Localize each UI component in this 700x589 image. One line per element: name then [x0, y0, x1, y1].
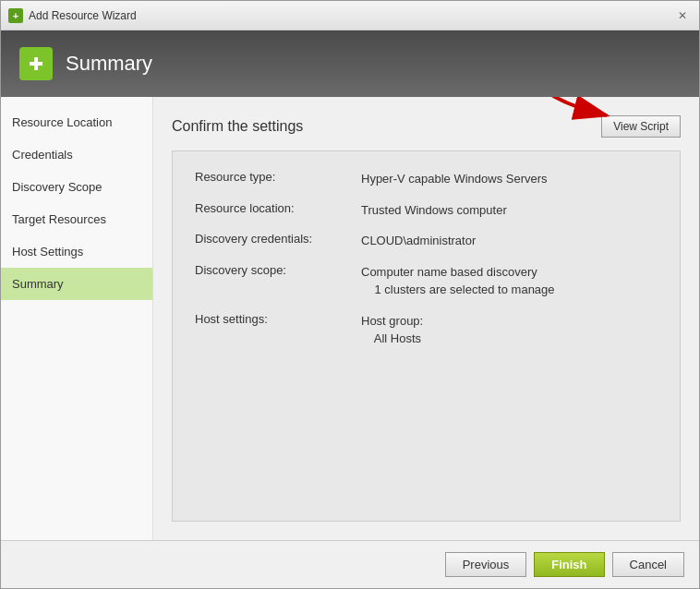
close-button[interactable]: ✕ — [673, 6, 692, 25]
cancel-button[interactable]: Cancel — [612, 552, 684, 577]
label-resource-location: Resource location: — [195, 201, 361, 215]
settings-row-discovery-scope: Discovery scope: Computer name based dis… — [195, 263, 658, 299]
settings-row-discovery-credentials: Discovery credentials: CLOUD\administrat… — [195, 232, 658, 250]
title-bar: + Add Resource Wizard ✕ — [1, 1, 699, 30]
label-resource-type: Resource type: — [195, 170, 361, 184]
window-icon: + — [8, 8, 23, 23]
previous-button[interactable]: Previous — [445, 552, 527, 577]
sidebar: Resource Location Credentials Discovery … — [1, 97, 153, 540]
footer-bar: Previous Finish Cancel — [1, 540, 699, 588]
value-discovery-credentials: CLOUD\administrator — [361, 232, 476, 250]
value-resource-type: Hyper-V capable Windows Servers — [361, 170, 548, 188]
header-banner: Summary — [1, 30, 699, 97]
settings-row-resource-type: Resource type: Hyper-V capable Windows S… — [195, 170, 658, 188]
sidebar-item-discovery-scope[interactable]: Discovery Scope — [1, 171, 152, 203]
sidebar-item-target-resources[interactable]: Target Resources — [1, 203, 152, 235]
content-area: Resource Location Credentials Discovery … — [1, 97, 699, 540]
view-script-button[interactable]: View Script — [601, 115, 681, 138]
sidebar-item-host-settings[interactable]: Host Settings — [1, 235, 152, 268]
settings-row-host-settings: Host settings: Host group: All Hosts — [195, 312, 658, 348]
title-bar-left: + Add Resource Wizard — [8, 8, 137, 23]
header-title: Summary — [66, 52, 152, 76]
value-discovery-scope: Computer name based discovery 1 clusters… — [361, 263, 555, 299]
window-title: Add Resource Wizard — [29, 9, 137, 22]
settings-row-resource-location: Resource location: Trusted Windows compu… — [195, 201, 658, 220]
sidebar-item-summary[interactable]: Summary — [1, 268, 152, 300]
value-resource-location: Trusted Windows computer — [361, 201, 507, 220]
settings-box: Resource type: Hyper-V capable Windows S… — [172, 150, 681, 522]
add-resource-wizard-window: + Add Resource Wizard ✕ Summary Resource… — [0, 0, 700, 589]
svg-rect-2 — [30, 62, 42, 66]
sidebar-item-credentials[interactable]: Credentials — [1, 138, 152, 171]
value-host-settings: Host group: All Hosts — [361, 312, 423, 348]
finish-button[interactable]: Finish — [534, 552, 604, 577]
main-panel: Confirm the settings View Script — [153, 97, 699, 540]
header-icon — [19, 47, 53, 80]
label-host-settings: Host settings: — [195, 312, 361, 326]
confirm-title: Confirm the settings — [172, 118, 303, 135]
label-discovery-scope: Discovery scope: — [195, 263, 361, 277]
main-header: Confirm the settings View Script — [172, 115, 681, 138]
label-discovery-credentials: Discovery credentials: — [195, 232, 361, 246]
sidebar-item-resource-location[interactable]: Resource Location — [1, 106, 152, 138]
